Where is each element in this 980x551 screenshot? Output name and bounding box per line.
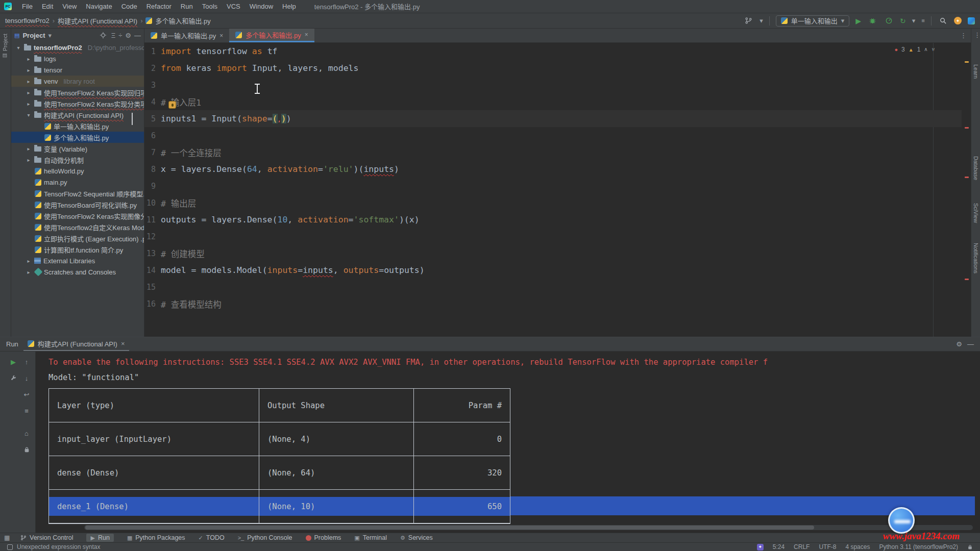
tree-item-logs[interactable]: ▸ logs xyxy=(11,53,144,64)
tree-item-venv[interactable]: ▸ venv library root xyxy=(11,76,144,87)
hide-panel-icon[interactable]: — xyxy=(134,32,141,39)
debug-button[interactable] xyxy=(867,16,877,26)
run-configuration-select[interactable]: 单一输入和输出 ▾ xyxy=(776,15,850,27)
tree-item-file[interactable]: 计算图和tf.function 简介.py xyxy=(11,244,144,255)
panel-settings-icon[interactable]: ⚙ xyxy=(125,32,131,39)
vcs-dropdown-icon[interactable]: ▾ xyxy=(760,17,763,24)
scroll-to-end-icon[interactable]: ≡ xyxy=(21,406,32,416)
menu-vcs[interactable]: VCS xyxy=(223,3,244,10)
rerun-button[interactable]: ▶ xyxy=(8,357,18,367)
tool-stripe-learn[interactable]: Learn xyxy=(973,64,979,79)
console-horizontal-scrollbar[interactable] xyxy=(84,525,973,530)
python-interpreter[interactable]: Python 3.11 (tensorflowPro2) xyxy=(879,543,958,550)
breadcrumb-folder[interactable]: 构建式API (Functional API) xyxy=(58,16,137,26)
table-row-selected[interactable]: dense_1 (Dense) (None, 10) 650 xyxy=(49,490,510,523)
code-viewport[interactable]: 1import tensorflow as tf 2from keras imp… xyxy=(144,43,962,337)
caret-position[interactable]: 5:24 xyxy=(773,543,785,550)
chevron-right-icon[interactable]: ▸ xyxy=(26,258,32,264)
tab-file-1[interactable]: 单一输入和输出.py × xyxy=(144,29,229,42)
profiler-button[interactable] xyxy=(884,16,894,26)
tree-item-folder[interactable]: ▸ 使用TensorFlow2 Keras实现回归项目 xyxy=(11,87,144,98)
chevron-down-icon[interactable]: ▾ xyxy=(26,112,32,118)
tree-item-file[interactable]: 使用Tensorflow2自定义Keras Model类.py xyxy=(11,221,144,233)
breadcrumb-file[interactable]: 多个输入和输出.py xyxy=(155,16,210,26)
run-panel-minimize-icon[interactable]: — xyxy=(967,341,974,347)
tool-stripe-database[interactable]: Database xyxy=(973,156,979,180)
menu-navigate[interactable]: Navigate xyxy=(82,3,116,10)
chevron-right-icon[interactable]: ▸ xyxy=(26,157,32,163)
ai-assistant-icon[interactable]: ✦ xyxy=(757,544,764,550)
tree-item-file[interactable]: 立即执行模式 (Eager Execution) .py xyxy=(11,233,144,244)
tree-item-file[interactable]: helloWorld.py xyxy=(11,165,144,177)
error-stripe-mark[interactable] xyxy=(965,177,969,178)
close-icon[interactable]: × xyxy=(121,340,125,347)
wrench-icon[interactable] xyxy=(8,373,18,383)
indent-setting[interactable]: 4 spaces xyxy=(845,543,870,550)
down-stack-icon[interactable]: ↓ xyxy=(21,373,32,383)
coverage-dropdown-icon[interactable]: ▾ xyxy=(912,17,916,24)
close-icon[interactable]: × xyxy=(305,31,308,38)
tree-item-scratches[interactable]: ▸ Scratches and Consoles xyxy=(11,266,144,278)
project-view-dropdown-icon[interactable]: ▾ xyxy=(48,32,52,39)
menu-code[interactable]: Code xyxy=(117,3,141,10)
menu-run[interactable]: Run xyxy=(177,3,197,10)
tree-item-root[interactable]: ▾ tensorflowPro2 D:\python_professor xyxy=(11,42,144,53)
menu-file[interactable]: File xyxy=(18,3,37,10)
tree-item-file[interactable]: 单一输入和输出.py xyxy=(11,120,144,132)
scrollbar-thumb[interactable] xyxy=(85,525,814,530)
vcs-widget-icon[interactable] xyxy=(743,16,753,26)
toolbar-run[interactable]: ▶ Run xyxy=(86,534,113,542)
menu-window[interactable]: Window xyxy=(246,3,277,10)
project-panel-title[interactable]: Project xyxy=(22,32,45,39)
toolbar-todo[interactable]: ✓ TODO xyxy=(199,534,225,541)
home-icon[interactable]: ⌂ xyxy=(21,428,32,438)
tree-item-file-selected[interactable]: 多个输入和输出.py xyxy=(11,132,144,143)
toolbar-services[interactable]: ⚙ Services xyxy=(400,534,433,541)
expand-all-icon[interactable]: Ξ xyxy=(111,32,115,39)
editor-scrollbar[interactable] xyxy=(964,43,970,337)
chevron-right-icon[interactable]: ▸ xyxy=(26,56,32,62)
tree-item-file[interactable]: TensorFlow2 Sequential 顺序模型.py xyxy=(11,188,144,199)
tree-item-external-libraries[interactable]: ▸ External Libraries xyxy=(11,255,144,266)
tree-item-variable[interactable]: ▸ 变量 (Variable) xyxy=(11,143,144,154)
menu-view[interactable]: View xyxy=(58,3,81,10)
locate-file-icon[interactable] xyxy=(98,30,108,40)
tree-item-file[interactable]: main.py xyxy=(11,177,144,188)
error-stripe-mark[interactable] xyxy=(965,279,969,280)
plugin-blue-icon[interactable] xyxy=(968,17,975,24)
tree-item-folder[interactable]: ▸ 自动微分机制 xyxy=(11,154,144,165)
tree-item-folder[interactable]: ▸ 使用TensorFlow2 Keras实现分类项目 xyxy=(11,98,144,109)
plugin-orange-icon[interactable]: ✦ xyxy=(954,17,962,24)
close-icon[interactable]: × xyxy=(219,32,223,39)
collapse-all-icon[interactable]: ÷ xyxy=(118,32,122,39)
search-everywhere-icon[interactable] xyxy=(938,16,948,26)
lock-icon[interactable] xyxy=(21,444,32,455)
file-encoding[interactable]: UTF-8 xyxy=(819,543,836,550)
run-button[interactable]: ▶ xyxy=(855,17,861,24)
up-stack-icon[interactable]: ↑ xyxy=(21,357,32,367)
tree-item-functional-api[interactable]: ▾ 构建式API (Functional API) xyxy=(11,109,144,120)
toolbar-version-control[interactable]: Version Control xyxy=(20,534,73,541)
menu-tools[interactable]: Tools xyxy=(198,3,222,10)
chevron-right-icon[interactable]: ▸ xyxy=(26,79,32,84)
run-panel-settings-icon[interactable]: ⚙ xyxy=(956,341,962,347)
run-tab[interactable]: 构建式API (Functional API) × xyxy=(23,337,129,351)
tool-stripe-project[interactable]: ▤ Project xyxy=(2,34,8,59)
chevron-down-icon[interactable]: ▾ xyxy=(15,45,21,51)
menu-edit[interactable]: Edit xyxy=(38,3,57,10)
tree-item-file[interactable]: 使用TensorBoard可视化训练.py xyxy=(11,199,144,210)
menu-help[interactable]: Help xyxy=(278,3,300,10)
run-console[interactable]: To enable the following instructions: SS… xyxy=(36,352,980,533)
chevron-right-icon[interactable]: ▸ xyxy=(26,146,32,152)
toolbar-terminal[interactable]: ▣ Terminal xyxy=(354,534,387,541)
stop-button[interactable]: ■ xyxy=(921,18,925,23)
toolbar-python-packages[interactable]: ▦ Python Packages xyxy=(127,534,185,541)
tree-item-file[interactable]: 使用TensorFlow2 Keras实现图像分类.py xyxy=(11,210,144,221)
toolbar-problems[interactable]: Problems xyxy=(306,534,341,541)
run-with-coverage-button[interactable]: ↻ xyxy=(900,17,906,24)
tab-file-2-active[interactable]: 多个输入和输出.py × xyxy=(229,29,314,42)
soft-wrap-icon[interactable]: ↩ xyxy=(21,389,32,399)
breadcrumb-project[interactable]: tensorflowPro2 xyxy=(5,17,50,24)
intention-bulb-icon[interactable] xyxy=(168,101,176,109)
chevron-right-icon[interactable]: ▸ xyxy=(26,67,32,73)
